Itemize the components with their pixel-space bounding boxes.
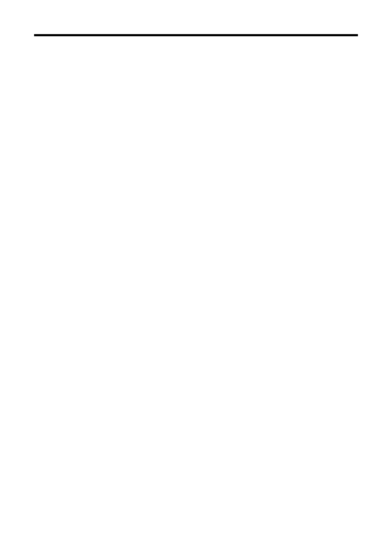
document-page: [0, 0, 392, 85]
horizontal-rule: [34, 34, 358, 36]
